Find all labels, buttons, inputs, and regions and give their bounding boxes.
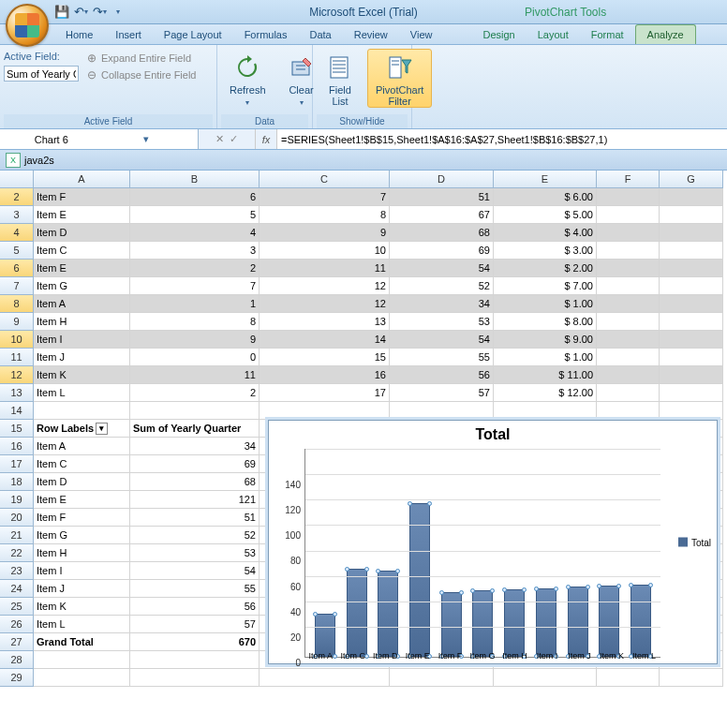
cell[interactable]: 1 — [130, 295, 260, 313]
cell[interactable]: Item A — [34, 438, 130, 455]
cell[interactable] — [660, 349, 723, 366]
cell[interactable]: Item J — [34, 580, 130, 598]
cell[interactable]: $ 2.00 — [494, 260, 597, 277]
cell[interactable] — [597, 349, 660, 366]
row-header[interactable]: 10 — [0, 331, 34, 349]
cell[interactable]: 68 — [130, 473, 260, 491]
cell[interactable]: 2 — [130, 260, 260, 277]
cell[interactable] — [660, 206, 723, 224]
pivotchart-filter-button[interactable]: PivotChart Filter — [367, 49, 432, 108]
cell[interactable]: $ 7.00 — [494, 277, 597, 295]
cell[interactable]: Item D — [34, 473, 130, 491]
cell[interactable]: 11 — [130, 366, 260, 384]
cell[interactable] — [130, 669, 260, 687]
cell[interactable]: 69 — [390, 242, 494, 260]
cell[interactable]: 11 — [260, 260, 390, 277]
refresh-button[interactable]: Refresh▾ — [221, 49, 274, 110]
cell[interactable]: 55 — [390, 349, 494, 366]
cell[interactable]: Item E — [34, 491, 130, 509]
cell[interactable] — [597, 295, 660, 313]
col-header-E[interactable]: E — [494, 171, 597, 188]
cell[interactable] — [660, 277, 723, 295]
cell[interactable]: Item L — [34, 616, 130, 633]
cell[interactable] — [390, 402, 494, 420]
col-header-D[interactable]: D — [390, 171, 494, 188]
qat-customize-icon[interactable]: ▾ — [111, 5, 126, 20]
cell[interactable] — [260, 402, 390, 420]
cell[interactable]: $ 9.00 — [494, 331, 597, 349]
cell[interactable]: Item F — [34, 188, 130, 206]
cell[interactable] — [660, 402, 723, 420]
cell[interactable]: Item H — [34, 313, 130, 331]
chart-bar[interactable] — [568, 587, 588, 657]
cell[interactable]: 16 — [260, 366, 390, 384]
cell[interactable] — [597, 224, 660, 242]
row-header[interactable]: 28 — [0, 651, 34, 669]
cell[interactable]: 69 — [130, 455, 260, 473]
cell[interactable]: $ 5.00 — [494, 206, 597, 224]
cell[interactable]: 14 — [260, 331, 390, 349]
row-header[interactable]: 16 — [0, 438, 34, 455]
row-header[interactable]: 17 — [0, 455, 34, 473]
cell[interactable] — [597, 366, 660, 384]
col-header-G[interactable]: G — [660, 171, 723, 188]
row-header[interactable]: 23 — [0, 562, 34, 580]
cell[interactable] — [494, 402, 597, 420]
cell[interactable] — [597, 331, 660, 349]
cell[interactable]: Item J — [34, 349, 130, 366]
row-header[interactable]: 15 — [0, 420, 34, 438]
col-header-B[interactable]: B — [130, 171, 260, 188]
cell[interactable] — [660, 242, 723, 260]
tab-formulas[interactable]: Formulas — [233, 25, 299, 44]
row-header[interactable]: 29 — [0, 669, 34, 687]
tab-insert[interactable]: Insert — [104, 25, 153, 44]
cell[interactable]: Grand Total — [34, 633, 130, 651]
cell[interactable]: 121 — [130, 491, 260, 509]
cell[interactable] — [597, 384, 660, 402]
cell[interactable] — [597, 277, 660, 295]
cell[interactable] — [597, 260, 660, 277]
cell[interactable]: $ 12.00 — [494, 384, 597, 402]
cell[interactable]: 54 — [390, 260, 494, 277]
formula-input[interactable]: =SERIES(Sheet1!$B$15,Sheet1!$A$16:$A$27,… — [277, 129, 727, 149]
cell[interactable]: 34 — [130, 438, 260, 455]
row-header[interactable]: 11 — [0, 349, 34, 366]
cell[interactable]: 57 — [130, 616, 260, 633]
cell[interactable]: 55 — [130, 580, 260, 598]
row-header[interactable]: 27 — [0, 633, 34, 651]
cell[interactable]: 3 — [130, 242, 260, 260]
chart-title[interactable]: Total — [269, 421, 717, 445]
cell[interactable]: 67 — [390, 206, 494, 224]
pivot-chart[interactable]: Total 020406080100120140 Item AItem CIte… — [268, 420, 718, 664]
cell[interactable] — [660, 295, 723, 313]
cell[interactable] — [34, 669, 130, 687]
cell[interactable]: $ 6.00 — [494, 188, 597, 206]
filter-dropdown-icon[interactable]: ▾ — [96, 423, 108, 435]
row-header[interactable]: 7 — [0, 277, 34, 295]
col-header-F[interactable]: F — [597, 171, 660, 188]
cell[interactable]: 2 — [130, 384, 260, 402]
cell[interactable] — [597, 188, 660, 206]
cell[interactable] — [660, 366, 723, 384]
cell[interactable] — [597, 402, 660, 420]
cell[interactable]: 56 — [130, 598, 260, 616]
cell[interactable]: 68 — [390, 224, 494, 242]
tab-review[interactable]: Review — [343, 25, 399, 44]
cell[interactable]: 51 — [130, 509, 260, 527]
cell[interactable] — [390, 669, 494, 687]
cell[interactable] — [494, 669, 597, 687]
row-header[interactable]: 20 — [0, 509, 34, 527]
cell[interactable]: 34 — [390, 295, 494, 313]
cell[interactable]: 52 — [390, 277, 494, 295]
cell[interactable]: 53 — [390, 313, 494, 331]
cell[interactable]: Item C — [34, 455, 130, 473]
cell[interactable]: Item E — [34, 260, 130, 277]
row-header[interactable]: 22 — [0, 544, 34, 562]
cell[interactable]: 12 — [260, 277, 390, 295]
row-header[interactable]: 8 — [0, 295, 34, 313]
cell[interactable]: Item G — [34, 277, 130, 295]
namebox-dropdown-icon[interactable]: ▾ — [99, 133, 195, 145]
cell[interactable] — [597, 669, 660, 687]
cell[interactable] — [130, 402, 260, 420]
row-header[interactable]: 13 — [0, 384, 34, 402]
